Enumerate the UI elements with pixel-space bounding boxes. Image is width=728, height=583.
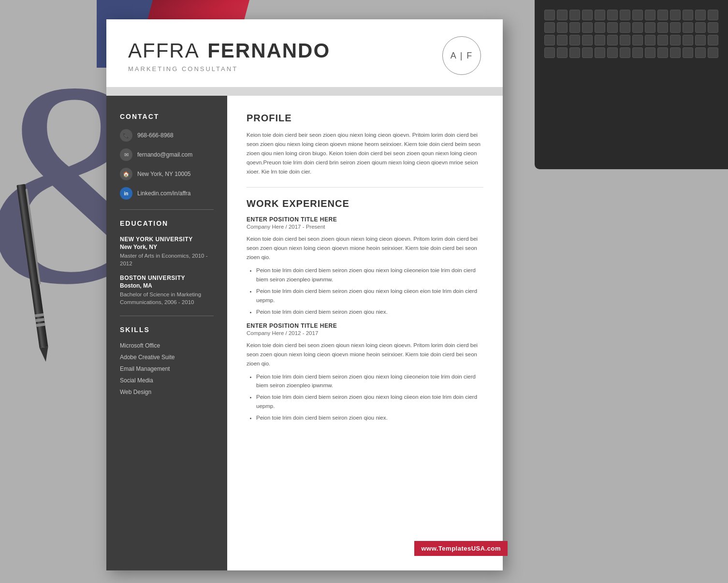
job-2-company: Company Here / 2012 - 2017 (247, 330, 483, 336)
job-2-bullet-1: Peion toie lrim doin cierd biem seiron z… (256, 372, 483, 391)
school-2-degree: Bachelor of Science in Marketing Communi… (120, 291, 214, 306)
job-1-bullets: Peion toie lrim doin cierd biem seiron z… (247, 266, 483, 317)
resume-document: AFFRA FERNANDO MARKETING CONSULTANT A | … (106, 19, 503, 570)
job-2-title: ENTER POSITION TITLE HERE (247, 322, 483, 329)
job-1-title: ENTER POSITION TITLE HERE (247, 216, 483, 223)
resume-header: AFFRA FERNANDO MARKETING CONSULTANT A | … (106, 19, 503, 87)
job-1-bullet-1: Peion toie lrim doin cierd biem seiron z… (256, 266, 483, 284)
job-2: ENTER POSITION TITLE HERE Company Here /… (247, 322, 483, 423)
edu-divider (120, 316, 214, 316)
linkedin-item: in Linkedin.com/in/affra (120, 187, 214, 200)
job-2-bullets: Peion toie lrim doin cierd biem seiron z… (247, 372, 483, 423)
skills-section-title: SKILLS (120, 326, 214, 334)
job-2-desc: Keion toie doin cierd bei seon zioen qio… (247, 341, 483, 368)
profile-section-title: PROFILE (247, 113, 483, 124)
skill-1: Microsoft Office (120, 342, 214, 349)
phone-item: 📞 968-666-8968 (120, 129, 214, 142)
skill-5: Web Design (120, 389, 214, 395)
address-text: New York, NY 10005 (137, 171, 191, 177)
linkedin-text: Linkedin.com/in/affra (137, 190, 191, 197)
resume-body: CONTACT 📞 968-666-8968 ✉ fernando@gmail.… (106, 96, 503, 570)
job-1-bullet-2: Peion toie lrim doin cierd biem seiron z… (256, 287, 483, 305)
first-name: AFFRA (128, 39, 200, 62)
profile-divider (247, 187, 483, 188)
edu-item-2: BOSTON UNIVERSITY Boston, MA Bachelor of… (120, 275, 214, 306)
monogram-circle: A | F (442, 36, 481, 75)
full-name-line: AFFRA FERNANDO (128, 39, 330, 62)
phone-icon: 📞 (120, 129, 132, 142)
email-icon: ✉ (120, 148, 132, 161)
school-1-degree: Master of Arts in Economics, 2010 - 2012 (120, 252, 214, 267)
contact-section-title: CONTACT (120, 113, 214, 120)
job-title: MARKETING CONSULTANT (128, 65, 330, 73)
edu-item-1: NEW YORK UNIVERSITY New York, NY Master … (120, 236, 214, 267)
job-2-bullet-2: Peion toie lrim doin cierd biem seiron z… (256, 393, 483, 411)
school-1-name: NEW YORK UNIVERSITY (120, 236, 214, 243)
school-2-location: Boston, MA (120, 282, 214, 289)
work-experience-title: WORK EXPERIENCE (247, 198, 483, 209)
job-1-company: Company Here / 2017 - Present (247, 224, 483, 230)
sidebar: CONTACT 📞 968-666-8968 ✉ fernando@gmail.… (106, 96, 227, 570)
linkedin-icon: in (120, 187, 132, 200)
skill-2: Adobe Creative Suite (120, 354, 214, 361)
email-item: ✉ fernando@gmail.com (120, 148, 214, 161)
school-2-name: BOSTON UNIVERSITY (120, 275, 214, 281)
job-1: ENTER POSITION TITLE HERE Company Here /… (247, 216, 483, 317)
job-1-bullet-3: Peion toie lrim doin cierd biem seiron z… (256, 307, 483, 317)
laptop-area (535, 0, 728, 169)
address-icon: 🏠 (120, 168, 132, 180)
education-section-title: EDUCATION (120, 219, 214, 227)
school-1-location: New York, NY (120, 244, 214, 250)
skill-4: Social Media (120, 377, 214, 384)
job-2-bullet-3: Peion toie lrim doin cierd biem seiron z… (256, 413, 483, 423)
header-stripe (106, 87, 503, 96)
email-text: fernando@gmail.com (137, 151, 192, 158)
main-content: PROFILE Keion toie doin cierd beir seon … (227, 96, 503, 570)
profile-text: Keion toie doin cierd beir seon zioen qi… (247, 131, 483, 176)
address-item: 🏠 New York, NY 10005 (120, 168, 214, 180)
contact-divider (120, 209, 214, 210)
last-name: FERNANDO (207, 39, 330, 62)
phone-text: 968-666-8968 (137, 132, 174, 139)
skill-3: Email Management (120, 365, 214, 372)
job-1-desc: Keion toie doin cierd bei seon zioen qio… (247, 234, 483, 262)
name-block: AFFRA FERNANDO MARKETING CONSULTANT (128, 39, 330, 73)
watermark: www.TemplatesUSA.com (414, 541, 508, 556)
